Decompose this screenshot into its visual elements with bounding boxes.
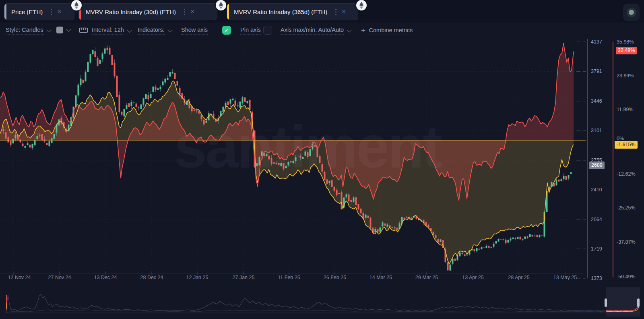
ruler-icon: [79, 27, 88, 34]
metric-tab-mvrv-30d[interactable]: MVRV Ratio Intraday (30d) (ETH) ×: [78, 3, 217, 20]
date-tick: 28 Dec 24: [140, 275, 163, 280]
interval-value-dropdown[interactable]: Interval: 12h: [92, 27, 131, 35]
color-swatch[interactable]: [56, 27, 63, 33]
date-tick: 26 Feb 25: [324, 275, 346, 280]
main-chart[interactable]: [0, 0, 644, 319]
indicators-dropdown[interactable]: Indicators:: [138, 27, 172, 35]
eth-icon: [216, 0, 226, 10]
date-tick: 27 Nov 24: [48, 275, 71, 280]
date-tick: 28 Apr 25: [508, 275, 530, 280]
show-axis-checkbox[interactable]: ✓: [222, 26, 231, 35]
date-tick: 13 Dec 24: [94, 275, 117, 280]
percent-tick: 11.99%: [617, 107, 633, 112]
date-tick: 29 Mar 25: [415, 275, 438, 280]
chevron-down-icon: [167, 27, 173, 33]
chevron-down-icon: [66, 27, 71, 32]
camera-icon: [627, 8, 636, 17]
tab-options-icon[interactable]: [182, 8, 187, 15]
tab-options-icon[interactable]: [48, 8, 54, 15]
tab-accent-bar: [227, 4, 229, 20]
chevron-down-icon: [46, 27, 52, 33]
combine-metrics-button[interactable]: + Combine metrics: [361, 27, 413, 35]
style-dropdown-label[interactable]: Style: Candles: [6, 27, 43, 35]
mvrv30d-value-badge: 32.48%: [616, 47, 637, 54]
tab-label: Price (ETH): [11, 8, 43, 15]
price-tick: 3446: [591, 98, 602, 104]
tab-options-icon[interactable]: [333, 8, 339, 15]
price-tick: 1719: [591, 246, 602, 252]
combine-metrics-label[interactable]: Combine metrics: [369, 27, 413, 35]
price-tick: 2064: [591, 217, 602, 222]
indicators-label[interactable]: Indicators:: [138, 27, 165, 35]
tab-close-icon[interactable]: ×: [190, 8, 194, 16]
pin-axis-checkbox[interactable]: [263, 26, 272, 35]
tab-close-icon[interactable]: ×: [57, 8, 61, 16]
plus-icon: +: [361, 27, 365, 35]
minimap-selection[interactable]: [606, 287, 640, 317]
metric-tab-mvrv-365d[interactable]: MVRV Ratio Intraday (365d) (ETH) ×: [227, 3, 358, 20]
price-tick: 3101: [591, 128, 602, 133]
chevron-down-icon: [347, 27, 352, 33]
tab-accent-bar: [4, 4, 6, 20]
price-tick: 3791: [591, 68, 602, 74]
percent-tick: 0%: [617, 136, 624, 141]
date-tick: 12 Jan 25: [186, 275, 208, 280]
percent-tick: -25.25%: [617, 205, 636, 211]
tab-label: MVRV Ratio Intraday (30d) (ETH): [86, 8, 176, 15]
percent-tick: -12.62%: [617, 171, 636, 177]
screenshot-button[interactable]: [623, 4, 640, 21]
minimap-handle-right[interactable]: [637, 298, 640, 307]
show-axis-label: Show axis: [181, 27, 208, 35]
chevron-down-icon: [127, 27, 132, 33]
minimap-handle-left[interactable]: [605, 298, 607, 307]
mvrv365d-value-badge: -1.615%: [615, 141, 638, 149]
metric-tab-price[interactable]: Price (ETH) ×: [4, 3, 74, 20]
date-tick: 11 Feb 25: [278, 275, 300, 280]
interval-label[interactable]: Interval: 12h: [92, 27, 124, 35]
price-tick: 4137: [591, 39, 602, 45]
date-tick: 12 Nov 24: [8, 275, 31, 280]
price-tick: 1373: [591, 276, 602, 281]
percent-tick: 35.98%: [617, 39, 634, 45]
price-value-badge: 2689: [589, 162, 605, 169]
style-dropdown[interactable]: Style: Candles: [6, 27, 51, 35]
percent-tick: -50.49%: [617, 274, 636, 280]
axis-maxmin-label[interactable]: Axis max/min: Auto/Auto: [281, 27, 344, 35]
check-icon: ✓: [224, 27, 229, 33]
tab-close-icon[interactable]: ×: [342, 8, 346, 16]
date-tick: 14 Mar 25: [369, 275, 392, 280]
date-tick: 13 Apr 25: [462, 275, 484, 280]
price-tick: 2410: [591, 187, 602, 193]
pin-axis-label: Pin axis: [240, 27, 261, 35]
color-swatch-dropdown[interactable]: [56, 27, 70, 33]
eth-icon: [356, 0, 367, 10]
date-tick: 27 Jan 25: [233, 275, 255, 280]
interval-dropdown[interactable]: [79, 27, 88, 34]
percent-tick: -37.87%: [617, 239, 636, 245]
eth-icon: [71, 0, 82, 10]
axis-maxmin-dropdown[interactable]: Axis max/min: Auto/Auto: [281, 27, 351, 35]
percent-tick: 23.99%: [617, 73, 634, 79]
chart-app: santiment Price (ETH) × MVRV Ratio Intra…: [0, 0, 644, 319]
date-tick: 13 May 25: [553, 275, 577, 280]
tab-label: MVRV Ratio Intraday (365d) (ETH): [234, 8, 327, 15]
